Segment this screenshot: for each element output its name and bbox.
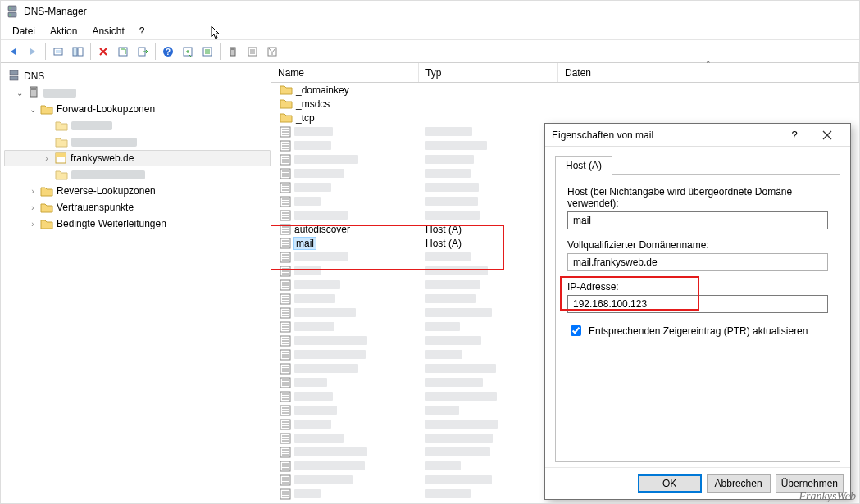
tree-blur-item bbox=[71, 138, 137, 147]
record-icon bbox=[280, 391, 291, 402]
list-row[interactable]: _msdcs bbox=[271, 97, 859, 111]
cancel-button[interactable]: Abbrechen bbox=[707, 474, 771, 493]
menu-help[interactable]: ? bbox=[133, 24, 152, 39]
export-button[interactable] bbox=[134, 43, 152, 61]
col-data[interactable]: ⌃ Daten bbox=[558, 63, 859, 82]
svg-rect-15 bbox=[231, 48, 234, 50]
tree-trust-label: Vertrauenspunkte bbox=[57, 202, 134, 213]
tree-selected-zone[interactable]: frankysweb.de bbox=[71, 152, 134, 164]
dns-root-icon bbox=[7, 69, 20, 84]
show-hide-button[interactable] bbox=[69, 43, 87, 61]
help-button[interactable]: ? bbox=[159, 43, 177, 61]
up-button[interactable] bbox=[49, 43, 67, 61]
menu-action[interactable]: Aktion bbox=[43, 24, 84, 39]
col-type[interactable]: Typ bbox=[419, 63, 558, 82]
fqdn-label: Vollqualifizierter Domänenname: bbox=[567, 239, 828, 251]
col-name[interactable]: Name bbox=[271, 63, 419, 82]
fqdn-input bbox=[567, 253, 828, 271]
record-icon bbox=[280, 461, 291, 472]
apply-button[interactable]: Übernehmen bbox=[776, 474, 844, 493]
tree-blur-item bbox=[71, 170, 145, 179]
properties-dialog: Eigenschaften von mail ? Host (A) Host (… bbox=[544, 123, 851, 500]
record-icon bbox=[280, 349, 291, 361]
record-icon bbox=[280, 307, 291, 319]
svg-point-3 bbox=[9, 14, 11, 16]
record-icon bbox=[280, 252, 291, 263]
folder-icon bbox=[55, 135, 68, 148]
menu-file[interactable]: Datei bbox=[6, 24, 42, 39]
dialog-buttons: OK Abbrechen Übernehmen bbox=[545, 467, 850, 499]
tree-panel[interactable]: DNS ⌄ ⌄ Forward-Lookupzonen › frankysweb… bbox=[1, 63, 271, 503]
folder-icon bbox=[55, 119, 68, 132]
record-icon bbox=[280, 377, 291, 388]
record-icon bbox=[280, 474, 291, 486]
forward-button[interactable] bbox=[24, 43, 42, 61]
record-icon bbox=[280, 140, 291, 152]
caret-icon[interactable]: › bbox=[29, 203, 37, 212]
record-icon bbox=[280, 321, 291, 333]
caret-icon[interactable]: › bbox=[29, 187, 37, 196]
record-icon bbox=[280, 279, 291, 291]
menu-bar: Datei Aktion Ansicht ? bbox=[1, 22, 859, 40]
folder-icon bbox=[40, 184, 53, 198]
ip-label: IP-Adresse: bbox=[567, 281, 828, 293]
tree-blur-item bbox=[71, 121, 112, 130]
record-icon bbox=[280, 488, 291, 500]
folder-icon bbox=[280, 84, 293, 97]
folder-icon bbox=[280, 98, 293, 111]
record-icon bbox=[280, 154, 291, 166]
record-icon bbox=[280, 126, 291, 138]
back-button[interactable] bbox=[4, 43, 22, 61]
zone-icon bbox=[54, 152, 67, 165]
toolbar: ? bbox=[1, 40, 859, 63]
col-data-label: Daten bbox=[565, 67, 591, 79]
action-button-2[interactable] bbox=[198, 43, 216, 61]
refresh-button[interactable] bbox=[114, 43, 132, 61]
action-button-1[interactable] bbox=[179, 43, 197, 61]
cursor-icon bbox=[211, 25, 222, 43]
caret-icon[interactable]: › bbox=[29, 220, 37, 229]
ok-button[interactable]: OK bbox=[638, 474, 702, 493]
list-header: Name Typ ⌃ Daten bbox=[271, 63, 859, 83]
dialog-title-bar[interactable]: Eigenschaften von mail ? bbox=[545, 124, 850, 147]
record-icon bbox=[280, 363, 291, 375]
server-icon-button[interactable] bbox=[224, 43, 242, 61]
record-icon bbox=[280, 335, 291, 347]
close-icon[interactable] bbox=[811, 124, 844, 147]
host-input[interactable] bbox=[567, 211, 828, 229]
record-icon bbox=[280, 419, 291, 430]
svg-rect-19 bbox=[10, 76, 18, 80]
tab-host-a[interactable]: Host (A) bbox=[555, 156, 612, 175]
caret-icon[interactable]: ⌄ bbox=[16, 89, 24, 98]
delete-button[interactable] bbox=[94, 43, 112, 61]
svg-rect-7 bbox=[78, 48, 83, 56]
list-row[interactable]: _domainkey bbox=[271, 83, 859, 97]
filter-icon-button[interactable] bbox=[263, 43, 281, 61]
folder-icon bbox=[280, 111, 293, 125]
svg-rect-6 bbox=[73, 48, 77, 56]
ptr-checkbox[interactable] bbox=[571, 325, 581, 336]
record-icon bbox=[280, 433, 291, 444]
record-icon bbox=[280, 210, 291, 221]
record-icon bbox=[280, 224, 291, 235]
dialog-title: Eigenschaften von mail bbox=[552, 129, 653, 141]
folder-icon bbox=[40, 217, 53, 230]
sort-indicator-icon: ⌃ bbox=[705, 60, 712, 68]
record-icon bbox=[280, 196, 291, 207]
tree-server-label bbox=[43, 89, 76, 98]
svg-rect-5 bbox=[56, 50, 61, 53]
list-icon-button[interactable] bbox=[243, 43, 262, 61]
ip-input[interactable] bbox=[567, 295, 828, 313]
record-icon bbox=[280, 266, 291, 277]
window-title: DNS-Manager bbox=[24, 6, 87, 17]
caret-icon[interactable]: ⌄ bbox=[29, 105, 37, 114]
svg-rect-18 bbox=[10, 70, 18, 75]
server-icon bbox=[27, 85, 40, 101]
ptr-label: Entsprechenden Zeigereintrag (PTR) aktua… bbox=[589, 325, 808, 337]
record-icon bbox=[280, 238, 291, 249]
folder-icon bbox=[40, 201, 53, 214]
record-icon bbox=[280, 293, 291, 305]
caret-icon[interactable]: › bbox=[43, 154, 51, 163]
menu-view[interactable]: Ansicht bbox=[85, 24, 130, 39]
dialog-help-button[interactable]: ? bbox=[778, 124, 811, 147]
